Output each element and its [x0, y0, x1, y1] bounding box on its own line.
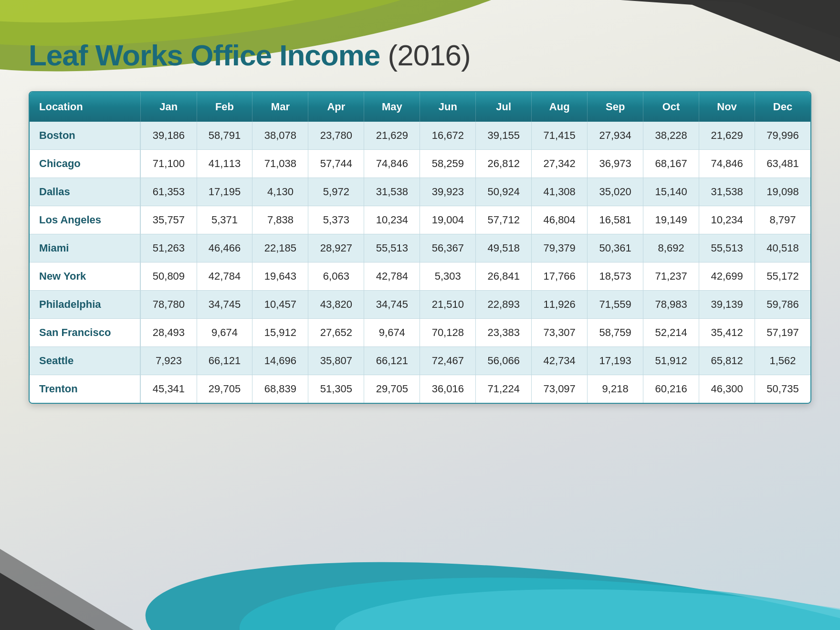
- cell-nov: 21,629: [699, 122, 755, 150]
- cell-feb: 46,466: [197, 234, 252, 262]
- cell-dec: 19,098: [755, 178, 810, 206]
- cell-jan: 7,923: [140, 347, 197, 375]
- cell-may: 42,784: [364, 262, 420, 291]
- cell-dec: 79,996: [755, 122, 810, 150]
- cell-feb: 34,745: [197, 291, 252, 319]
- cell-jun: 21,510: [420, 291, 476, 319]
- cell-jul: 50,924: [476, 178, 532, 206]
- col-header-oct: Oct: [643, 92, 699, 122]
- table-row: Chicago71,10041,11371,03857,74474,84658,…: [30, 150, 810, 178]
- cell-nov: 74,846: [699, 150, 755, 178]
- col-header-location: Location: [30, 92, 140, 122]
- cell-nov: 39,139: [699, 291, 755, 319]
- cell-sep: 58,759: [588, 319, 643, 347]
- cell-feb: 58,791: [197, 122, 252, 150]
- cell-oct: 19,149: [643, 206, 699, 234]
- cell-oct: 52,214: [643, 319, 699, 347]
- cell-nov: 31,538: [699, 178, 755, 206]
- cell-jan: 28,493: [140, 319, 197, 347]
- cell-nov: 55,513: [699, 234, 755, 262]
- svg-marker-9: [0, 549, 134, 630]
- cell-oct: 8,692: [643, 234, 699, 262]
- cell-location: Seattle: [30, 347, 140, 375]
- cell-dec: 57,197: [755, 319, 810, 347]
- cell-jul: 23,383: [476, 319, 532, 347]
- cell-sep: 17,193: [588, 347, 643, 375]
- col-header-feb: Feb: [197, 92, 252, 122]
- cell-apr: 6,063: [308, 262, 364, 291]
- cell-location: Philadelphia: [30, 291, 140, 319]
- cell-apr: 57,744: [308, 150, 364, 178]
- table-row: Seattle7,92366,12114,69635,80766,12172,4…: [30, 347, 810, 375]
- cell-jun: 58,259: [420, 150, 476, 178]
- cell-jan: 50,809: [140, 262, 197, 291]
- cell-mar: 7,838: [252, 206, 308, 234]
- cell-oct: 71,237: [643, 262, 699, 291]
- cell-nov: 65,812: [699, 347, 755, 375]
- cell-sep: 27,934: [588, 122, 643, 150]
- table-row: Dallas61,35317,1954,1305,97231,53839,923…: [30, 178, 810, 206]
- col-header-aug: Aug: [532, 92, 588, 122]
- cell-oct: 78,983: [643, 291, 699, 319]
- data-table-container: Location Jan Feb Mar Apr May Jun Jul Aug…: [29, 91, 811, 404]
- cell-mar: 19,643: [252, 262, 308, 291]
- cell-aug: 41,308: [532, 178, 588, 206]
- cell-jun: 56,367: [420, 234, 476, 262]
- cell-nov: 10,234: [699, 206, 755, 234]
- cell-mar: 71,038: [252, 150, 308, 178]
- cell-jan: 51,263: [140, 234, 197, 262]
- cell-nov: 42,699: [699, 262, 755, 291]
- title-bold: Leaf Works Office Income: [29, 39, 380, 72]
- cell-jul: 71,224: [476, 375, 532, 403]
- cell-feb: 9,674: [197, 319, 252, 347]
- cell-jun: 19,004: [420, 206, 476, 234]
- cell-apr: 5,972: [308, 178, 364, 206]
- cell-may: 9,674: [364, 319, 420, 347]
- cell-jan: 61,353: [140, 178, 197, 206]
- cell-dec: 8,797: [755, 206, 810, 234]
- cell-oct: 68,167: [643, 150, 699, 178]
- cell-jul: 39,155: [476, 122, 532, 150]
- table-row: Los Angeles35,7575,3717,8385,37310,23419…: [30, 206, 810, 234]
- cell-dec: 50,735: [755, 375, 810, 403]
- cell-jun: 16,672: [420, 122, 476, 150]
- col-header-jun: Jun: [420, 92, 476, 122]
- cell-location: Boston: [30, 122, 140, 150]
- cell-mar: 22,185: [252, 234, 308, 262]
- cell-jan: 71,100: [140, 150, 197, 178]
- cell-apr: 35,807: [308, 347, 364, 375]
- cell-may: 55,513: [364, 234, 420, 262]
- cell-aug: 46,804: [532, 206, 588, 234]
- cell-aug: 17,766: [532, 262, 588, 291]
- table-row: San Francisco28,4939,67415,91227,6529,67…: [30, 319, 810, 347]
- cell-apr: 43,820: [308, 291, 364, 319]
- cell-mar: 68,839: [252, 375, 308, 403]
- title-light: (2016): [380, 39, 470, 72]
- col-header-jul: Jul: [476, 92, 532, 122]
- cell-dec: 55,172: [755, 262, 810, 291]
- cell-oct: 38,228: [643, 122, 699, 150]
- cell-location: Los Angeles: [30, 206, 140, 234]
- cell-feb: 29,705: [197, 375, 252, 403]
- cell-sep: 18,573: [588, 262, 643, 291]
- col-header-dec: Dec: [755, 92, 810, 122]
- cell-dec: 40,518: [755, 234, 810, 262]
- cell-dec: 63,481: [755, 150, 810, 178]
- table-header-row: Location Jan Feb Mar Apr May Jun Jul Aug…: [30, 92, 810, 122]
- col-header-sep: Sep: [588, 92, 643, 122]
- cell-jun: 36,016: [420, 375, 476, 403]
- cell-nov: 46,300: [699, 375, 755, 403]
- col-header-mar: Mar: [252, 92, 308, 122]
- cell-nov: 35,412: [699, 319, 755, 347]
- cell-aug: 11,926: [532, 291, 588, 319]
- cell-jul: 56,066: [476, 347, 532, 375]
- cell-jan: 78,780: [140, 291, 197, 319]
- cell-may: 31,538: [364, 178, 420, 206]
- table-row: New York50,80942,78419,6436,06342,7845,3…: [30, 262, 810, 291]
- cell-mar: 10,457: [252, 291, 308, 319]
- cell-sep: 36,973: [588, 150, 643, 178]
- cell-sep: 71,559: [588, 291, 643, 319]
- income-table: Location Jan Feb Mar Apr May Jun Jul Aug…: [30, 92, 810, 403]
- cell-mar: 38,078: [252, 122, 308, 150]
- cell-aug: 42,734: [532, 347, 588, 375]
